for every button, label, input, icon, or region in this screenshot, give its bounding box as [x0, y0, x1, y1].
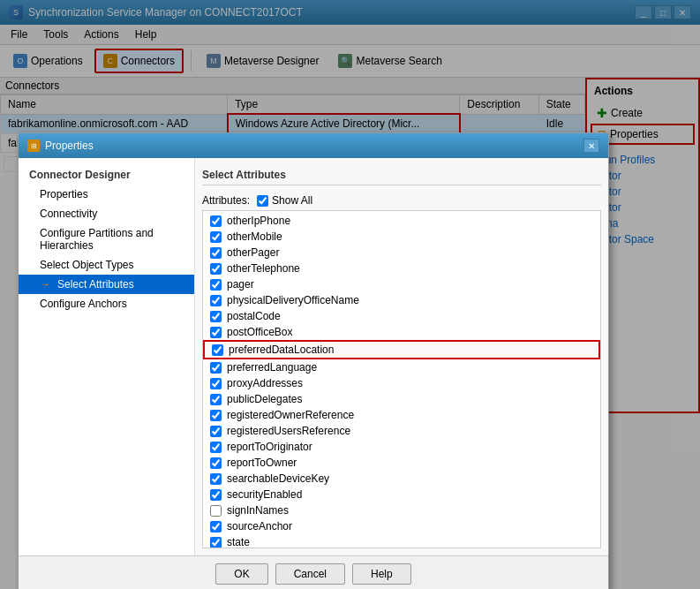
modal-title-text: Properties — [45, 140, 94, 152]
modal-icon: ⊞ — [27, 140, 40, 152]
modal-sidebar-header: Connector Designer — [19, 165, 194, 185]
attributes-toolbar: Attributes: Show All — [202, 191, 601, 210]
attr-label: otherMobile — [227, 230, 282, 243]
attributes-label: Attributes: — [202, 194, 250, 207]
nav-configure-anchors[interactable]: Configure Anchors — [19, 294, 194, 313]
attr-checkbox[interactable] — [210, 410, 222, 414]
modal-body: Connector Designer Properties Connectivi… — [19, 158, 608, 413]
modal-content: Select Attributes Attributes: Show All o… — [195, 158, 608, 413]
nav-properties[interactable]: Properties — [19, 185, 194, 204]
attr-checkbox[interactable] — [210, 327, 222, 338]
modal-close-button[interactable]: ✕ — [583, 139, 599, 153]
attr-checkbox[interactable] — [210, 231, 222, 243]
attr-label: pager — [227, 278, 254, 291]
attr-item[interactable]: otherIpPhone — [203, 213, 600, 229]
attr-item[interactable]: publicDelegates — [203, 391, 600, 407]
modal-content-header: Select Attributes — [202, 165, 601, 185]
attr-checkbox[interactable] — [210, 279, 222, 291]
attr-item[interactable]: otherPager — [203, 245, 600, 261]
attr-checkbox[interactable] — [210, 378, 222, 389]
attr-label: physicalDeliveryOfficeName — [227, 294, 359, 306]
attr-checkbox[interactable] — [212, 344, 223, 356]
show-all-check[interactable]: Show All — [257, 194, 312, 207]
active-nav-arrow: → — [40, 278, 50, 291]
attr-label: preferredDataLocation — [229, 344, 334, 356]
attr-label: otherIpPhone — [227, 215, 290, 227]
attr-checkbox[interactable] — [210, 311, 222, 322]
attr-checkbox[interactable] — [210, 215, 222, 227]
modal-sidebar: Connector Designer Properties Connectivi… — [19, 158, 195, 413]
attr-label: postOfficeBox — [227, 326, 292, 338]
attr-label: postalCode — [227, 310, 281, 322]
attr-label: preferredLanguage — [227, 361, 317, 374]
attr-checkbox[interactable] — [210, 263, 222, 275]
attr-label: otherTelephone — [227, 262, 300, 275]
nav-select-attributes[interactable]: → Select Attributes — [19, 275, 194, 294]
attr-item[interactable]: postOfficeBox — [203, 324, 600, 340]
attr-item[interactable]: otherMobile — [203, 229, 600, 245]
attr-item[interactable]: otherTelephone — [203, 261, 600, 276]
attr-item[interactable]: registeredOwnerReference — [203, 407, 600, 413]
attr-label: proxyAddresses — [227, 377, 303, 389]
attr-label: registeredOwnerReference — [227, 409, 354, 413]
attr-item[interactable]: preferredLanguage — [203, 359, 600, 375]
modal-overlay: ⊞ Properties ✕ Connector Designer Proper… — [0, 0, 700, 413]
attr-item[interactable]: physicalDeliveryOfficeName — [203, 292, 600, 308]
show-all-label: Show All — [272, 194, 312, 207]
attr-label: publicDelegates — [227, 393, 302, 405]
attr-checkbox[interactable] — [210, 295, 222, 306]
attr-item[interactable]: proxyAddresses — [203, 375, 600, 391]
properties-dialog: ⊞ Properties ✕ Connector Designer Proper… — [18, 132, 609, 413]
attr-item[interactable]: pager — [203, 276, 600, 292]
nav-select-object-types[interactable]: Select Object Types — [19, 255, 194, 275]
nav-connectivity[interactable]: Connectivity — [19, 204, 194, 223]
attributes-list[interactable]: otherIpPhoneotherMobileotherPagerotherTe… — [202, 210, 601, 413]
attr-item[interactable]: preferredDataLocation — [203, 340, 600, 359]
attr-item[interactable]: postalCode — [203, 308, 600, 324]
show-all-checkbox[interactable] — [257, 195, 268, 207]
attr-label: otherPager — [227, 246, 279, 259]
modal-titlebar: ⊞ Properties ✕ — [19, 133, 608, 158]
attr-checkbox[interactable] — [210, 394, 222, 405]
nav-configure-partitions[interactable]: Configure Partitions and Hierarchies — [19, 223, 194, 255]
attr-checkbox[interactable] — [210, 247, 222, 259]
attr-checkbox[interactable] — [210, 362, 222, 374]
